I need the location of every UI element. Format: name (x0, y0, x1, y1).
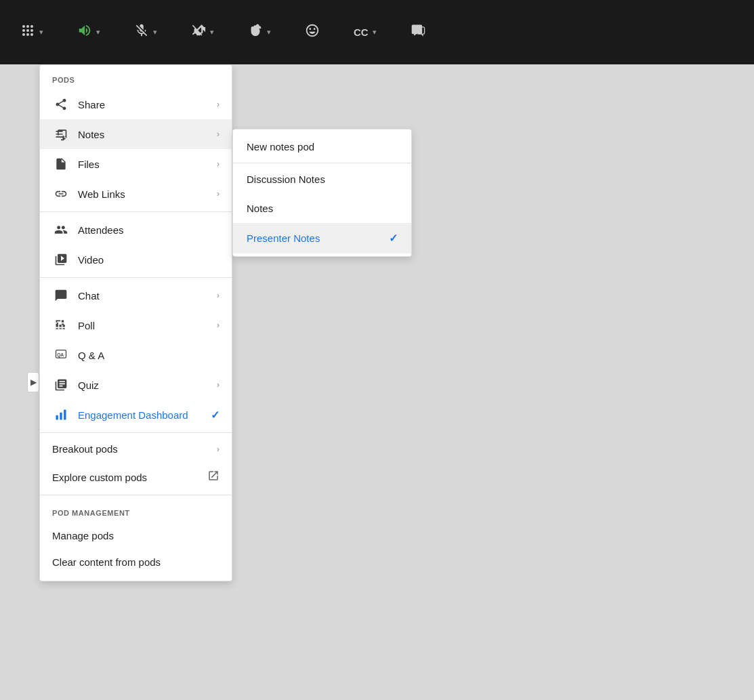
files-icon (52, 157, 70, 171)
camera-button[interactable]: ▾ (184, 19, 221, 45)
sidebar-toggle-button[interactable]: ▶ (27, 372, 39, 392)
svg-point-8 (30, 33, 33, 36)
main-area: ▶ PODS Share › Notes › Files › (0, 64, 754, 700)
hand-button[interactable]: ▾ (241, 19, 278, 45)
svg-rect-13 (64, 410, 66, 420)
divider-2 (40, 277, 232, 278)
files-label: Files (78, 159, 217, 170)
submenu-item-presenter-notes[interactable]: Presenter Notes ✓ (233, 223, 411, 253)
menu-item-chat[interactable]: Chat › (40, 281, 232, 310)
submenu-item-new-notes-pod[interactable]: New notes pod (233, 132, 411, 161)
discussion-notes-label: Discussion Notes (247, 173, 325, 185)
menu-item-engagement-dashboard[interactable]: Engagement Dashboard ✓ (40, 400, 232, 430)
notes-submenu-label: Notes (247, 203, 273, 214)
menu-item-web-links[interactable]: Web Links › (40, 179, 232, 209)
menu-item-attendees[interactable]: Attendees (40, 215, 232, 245)
menu-item-share[interactable]: Share › (40, 89, 232, 119)
menu-item-manage-pods[interactable]: Manage pods (40, 522, 232, 549)
chat-chevron-icon: › (217, 291, 219, 300)
dashboard-icon (52, 407, 70, 422)
chevron-right-icon: ▶ (30, 377, 37, 387)
menu-item-quiz[interactable]: Quiz › (40, 370, 232, 400)
external-link-icon (207, 470, 219, 485)
svg-point-0 (22, 25, 25, 28)
menu-item-qa[interactable]: QA Q & A (40, 340, 232, 370)
presenter-notes-label: Presenter Notes (247, 232, 320, 244)
engagement-dashboard-label: Engagement Dashboard (78, 409, 211, 421)
camera-off-icon (191, 23, 206, 41)
poll-icon (52, 318, 70, 333)
mic-muted-icon (134, 23, 149, 41)
breakout-pods-label: Breakout pods (52, 443, 217, 455)
pods-section-label: PODS (40, 65, 232, 89)
divider-1 (40, 211, 232, 212)
cc-button[interactable]: CC ▾ (347, 22, 383, 42)
share-label: Share (78, 99, 217, 110)
web-links-chevron-icon: › (217, 189, 219, 199)
submenu-item-notes[interactable]: Notes (233, 194, 411, 223)
toolbar: ▾ ▾ ▾ ▾ (0, 0, 754, 64)
grid-menu-button[interactable]: ▾ (14, 19, 50, 45)
menu-item-files[interactable]: Files › (40, 149, 232, 179)
clear-content-label: Clear content from pods (52, 556, 219, 568)
menu-item-breakout-pods[interactable]: Breakout pods › (40, 436, 232, 462)
link-icon (52, 186, 70, 201)
svg-point-7 (26, 33, 29, 36)
chat-bubble-button[interactable] (404, 19, 434, 45)
emoji-button[interactable] (298, 19, 327, 45)
chat-bubbles-icon (411, 23, 427, 41)
menu-item-explore-custom-pods[interactable]: Explore custom pods (40, 462, 232, 492)
video-label: Video (78, 254, 219, 266)
volume-button[interactable]: ▾ (70, 19, 107, 45)
svg-point-2 (30, 25, 33, 28)
poll-label: Poll (78, 320, 217, 331)
new-notes-pod-label: New notes pod (247, 141, 314, 152)
video-icon (52, 252, 70, 267)
share-icon (52, 97, 70, 112)
submenu-item-discussion-notes[interactable]: Discussion Notes (233, 165, 411, 194)
emoji-icon (305, 23, 320, 41)
breakout-pods-chevron-icon: › (217, 445, 219, 454)
chat-icon (52, 288, 70, 303)
presenter-notes-check-icon: ✓ (389, 232, 398, 245)
mic-chevron-icon: ▾ (153, 28, 157, 37)
svg-text:QA: QA (57, 352, 64, 358)
engagement-dashboard-check-icon: ✓ (211, 409, 219, 421)
camera-chevron-icon: ▾ (210, 28, 214, 37)
svg-point-3 (22, 29, 25, 32)
svg-point-5 (30, 29, 33, 32)
notes-chevron-icon: › (217, 129, 219, 139)
svg-point-4 (26, 29, 29, 32)
notes-icon (52, 127, 70, 142)
poll-chevron-icon: › (217, 321, 219, 330)
qa-icon: QA (52, 348, 70, 363)
notes-label: Notes (78, 129, 217, 140)
attendees-label: Attendees (78, 224, 219, 236)
manage-pods-label: Manage pods (52, 530, 219, 541)
svg-point-1 (26, 25, 29, 28)
cc-chevron-icon: ▾ (373, 28, 377, 37)
hand-icon (248, 23, 263, 41)
divider-3 (40, 432, 232, 433)
web-links-label: Web Links (78, 188, 217, 200)
qa-label: Q & A (78, 350, 219, 361)
menu-item-clear-content[interactable]: Clear content from pods (40, 549, 232, 575)
mic-button[interactable]: ▾ (127, 19, 164, 45)
hand-chevron-icon: ▾ (267, 28, 271, 37)
submenu-divider-1 (233, 163, 411, 163)
chat-label: Chat (78, 290, 217, 302)
menu-item-poll[interactable]: Poll › (40, 310, 232, 340)
share-chevron-icon: › (217, 100, 219, 109)
menu-item-notes[interactable]: Notes › (40, 119, 232, 149)
menu-item-video[interactable]: Video (40, 245, 232, 274)
grid-icon (20, 23, 35, 41)
pods-menu: PODS Share › Notes › Files › (39, 64, 232, 581)
explore-custom-pods-label: Explore custom pods (52, 472, 207, 483)
divider-4 (40, 495, 232, 495)
cc-icon: CC (354, 26, 369, 38)
volume-icon (77, 23, 92, 41)
svg-rect-11 (56, 415, 58, 420)
quiz-icon (52, 377, 70, 392)
svg-point-6 (22, 33, 25, 36)
files-chevron-icon: › (217, 159, 219, 169)
